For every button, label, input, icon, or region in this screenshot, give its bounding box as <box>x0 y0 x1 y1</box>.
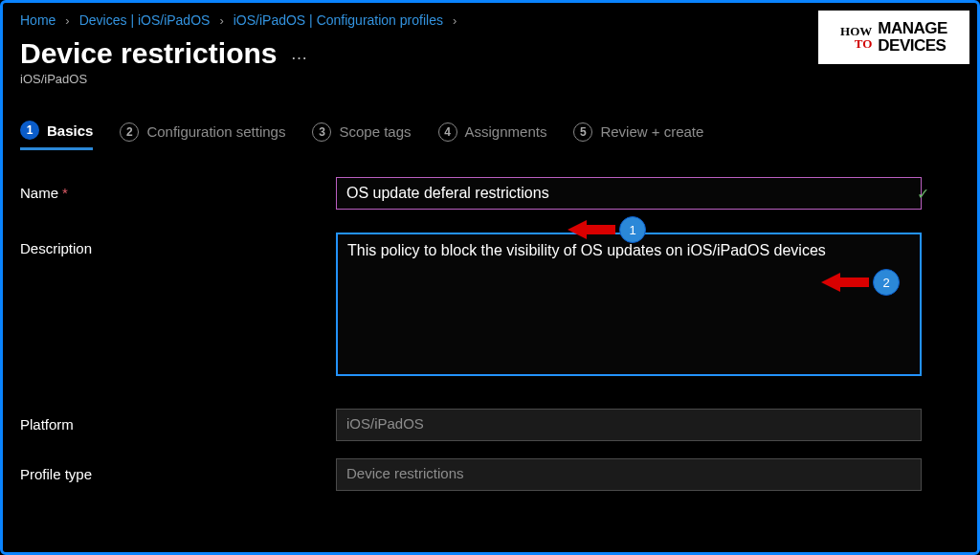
profile-type-field: Device restrictions <box>336 458 922 491</box>
page-title: Device restrictions <box>20 37 277 70</box>
page-subtitle: iOS/iPadOS <box>20 72 960 86</box>
platform-label: Platform <box>20 409 336 433</box>
description-input[interactable] <box>336 233 922 376</box>
platform-field: iOS/iPadOS <box>336 409 922 441</box>
annotation-1: 1 <box>568 216 646 243</box>
tab-label: Scope tags <box>339 123 411 140</box>
annotation-badge: 2 <box>873 269 900 296</box>
logo: HOW TO MANAGE DEVICES <box>816 9 971 66</box>
profile-type-label: Profile type <box>20 458 336 482</box>
tab-label: Configuration settings <box>146 123 285 140</box>
step-number: 1 <box>20 121 39 140</box>
annotation-2: 2 <box>821 269 900 296</box>
step-number: 3 <box>312 122 331 142</box>
check-icon: ✓ <box>917 185 929 203</box>
step-number: 5 <box>573 122 592 142</box>
annotation-badge: 1 <box>619 216 646 243</box>
tab-review-create[interactable]: 5 Review + create <box>573 122 703 149</box>
tab-label: Basics <box>47 122 93 139</box>
chevron-right-icon: › <box>65 13 69 28</box>
tab-basics[interactable]: 1 Basics <box>20 121 93 150</box>
name-input[interactable] <box>336 177 922 210</box>
arrow-icon <box>821 273 840 292</box>
breadcrumb-config-profiles[interactable]: iOS/iPadOS | Configuration profiles <box>234 12 443 28</box>
tab-configuration-settings[interactable]: 2 Configuration settings <box>120 122 285 149</box>
chevron-right-icon: › <box>453 13 457 28</box>
tab-label: Assignments <box>465 123 547 140</box>
breadcrumb-devices[interactable]: Devices | iOS/iPadOS <box>79 12 211 28</box>
wizard-tabs: 1 Basics 2 Configuration settings 3 Scop… <box>20 121 960 150</box>
step-number: 2 <box>120 122 139 142</box>
tab-assignments[interactable]: 4 Assignments <box>438 122 547 149</box>
arrow-icon <box>568 220 587 239</box>
tab-scope-tags[interactable]: 3 Scope tags <box>312 122 411 149</box>
more-button[interactable]: … <box>290 44 308 64</box>
tab-label: Review + create <box>600 123 703 140</box>
breadcrumb-home[interactable]: Home <box>20 12 56 28</box>
description-label: Description <box>20 233 336 256</box>
name-label: Name* <box>20 177 336 201</box>
step-number: 4 <box>438 122 457 142</box>
chevron-right-icon: › <box>219 13 223 28</box>
